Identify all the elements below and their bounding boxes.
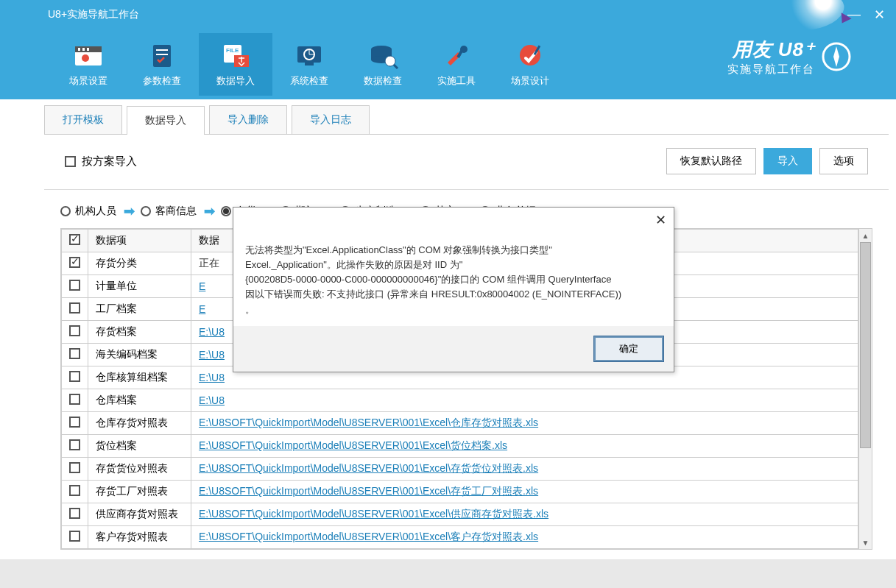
checkbox-icon xyxy=(65,156,76,167)
path-link[interactable]: E:\U8 xyxy=(199,394,225,406)
path-link[interactable]: E:\U8SOFT\QuickImport\Model\U8SERVER\001… xyxy=(199,462,538,474)
header-checkbox-col[interactable] xyxy=(62,230,88,252)
tab-import-delete[interactable]: 导入删除 xyxy=(209,105,287,134)
row-item: 仓库核算组档案 xyxy=(88,366,191,389)
error-dialog: ✕ 无法将类型为"Excel.ApplicationClass"的 COM 对象… xyxy=(233,207,674,372)
toolbar-system-check[interactable]: 系统检查 xyxy=(272,33,346,96)
checkbox-icon xyxy=(69,439,80,450)
path-text: 正在 xyxy=(199,257,219,269)
row-item: 仓库档案 xyxy=(88,389,191,412)
scene-settings-icon xyxy=(72,42,105,70)
path-link[interactable]: E:\U8SOFT\QuickImport\Model\U8SERVER\001… xyxy=(199,485,538,497)
close-icon[interactable]: ✕ xyxy=(874,7,885,23)
data-import-icon: FILE xyxy=(219,42,252,70)
row-item: 存货分类 xyxy=(88,252,191,275)
scroll-down-icon[interactable]: ▼ xyxy=(859,536,872,549)
svg-rect-4 xyxy=(82,48,85,51)
row-checkbox[interactable] xyxy=(62,366,88,389)
path-link[interactable]: E:\U8 xyxy=(199,349,225,361)
checkbox-icon xyxy=(69,485,80,496)
path-link[interactable]: E:\U8 xyxy=(199,372,225,383)
brand-logo: 用友 U8⁺ 实施导航工作台 xyxy=(727,37,852,77)
row-checkbox[interactable] xyxy=(62,344,88,366)
tab-data-import-tab[interactable]: 数据导入 xyxy=(127,106,205,135)
path-link[interactable]: E:\U8SOFT\QuickImport\Model\U8SERVER\001… xyxy=(199,417,538,428)
checkbox-icon xyxy=(69,257,80,268)
path-link[interactable]: E:\U8SOFT\QuickImport\Model\U8SERVER\001… xyxy=(199,508,548,520)
dialog-close-icon[interactable]: ✕ xyxy=(655,212,666,228)
toolbar-data-import[interactable]: FILE数据导入 xyxy=(199,33,272,96)
toolbar-scene-design[interactable]: 场景设计 xyxy=(493,33,567,96)
step-0[interactable]: 机构人员 xyxy=(60,205,118,218)
row-checkbox[interactable] xyxy=(62,275,88,298)
checkbox-icon xyxy=(69,325,80,336)
table-row: 仓库存货对照表E:\U8SOFT\QuickImport\Model\U8SER… xyxy=(62,412,858,435)
svg-point-2 xyxy=(82,54,89,62)
row-item: 工厂档案 xyxy=(88,298,191,321)
checkbox-icon xyxy=(69,417,80,428)
svg-rect-7 xyxy=(156,49,168,51)
checkbox-icon xyxy=(69,280,80,291)
scroll-up-icon[interactable]: ▲ xyxy=(859,229,872,242)
row-checkbox[interactable] xyxy=(62,298,88,321)
checkbox-icon xyxy=(69,462,80,473)
row-checkbox[interactable] xyxy=(62,458,88,481)
path-link[interactable]: E:\U8 xyxy=(199,326,225,338)
svg-rect-3 xyxy=(78,48,80,51)
row-checkbox[interactable] xyxy=(62,321,88,344)
path-link[interactable]: E:\U8SOFT\QuickImport\Model\U8SERVER\001… xyxy=(199,531,538,542)
options-button[interactable]: 选项 xyxy=(819,148,868,174)
scroll-thumb[interactable] xyxy=(860,242,871,448)
system-check-icon xyxy=(293,42,325,70)
path-link[interactable]: E:\U8SOFT\QuickImport\Model\U8SERVER\001… xyxy=(199,439,507,451)
row-path: E:\U8SOFT\QuickImport\Model\U8SERVER\001… xyxy=(191,458,858,481)
checkbox-icon xyxy=(69,371,80,382)
step-1[interactable]: 客商信息 xyxy=(141,205,198,218)
tab-open-template[interactable]: 打开模板 xyxy=(44,105,122,134)
row-checkbox[interactable] xyxy=(62,252,88,275)
data-check-icon xyxy=(367,42,399,70)
table-row: 仓库档案E:\U8 xyxy=(62,389,858,412)
svg-rect-13 xyxy=(305,63,314,65)
arrow-icon: ➡ xyxy=(204,203,215,219)
dialog-ok-button[interactable]: 确定 xyxy=(594,336,663,361)
header-item: 数据项 xyxy=(88,230,191,252)
row-path: E:\U8 xyxy=(191,389,858,412)
vertical-scrollbar[interactable]: ▲ ▼ xyxy=(858,229,872,549)
svg-rect-5 xyxy=(87,48,89,51)
radio-icon xyxy=(221,206,231,216)
radio-icon xyxy=(141,206,151,216)
main-toolbar: 场景设置参数检查FILE数据导入系统检查数据检查实施工具场景设计 用友 U8⁺ … xyxy=(0,29,896,99)
row-item: 存货工厂对照表 xyxy=(88,481,191,503)
row-checkbox[interactable] xyxy=(62,526,88,549)
svg-point-23 xyxy=(460,46,468,53)
restore-path-button[interactable]: 恢复默认路径 xyxy=(666,148,756,174)
arrow-icon: ➡ xyxy=(124,203,135,219)
scheme-import-checkbox[interactable]: 按方案导入 xyxy=(65,155,137,169)
table-row: 货位档案E:\U8SOFT\QuickImport\Model\U8SERVER… xyxy=(62,435,858,458)
row-item: 货位档案 xyxy=(88,435,191,458)
dialog-message: 无法将类型为"Excel.ApplicationClass"的 COM 对象强制… xyxy=(233,208,674,326)
svg-line-21 xyxy=(394,65,398,68)
row-checkbox[interactable] xyxy=(62,389,88,412)
row-checkbox[interactable] xyxy=(62,435,88,458)
row-checkbox[interactable] xyxy=(62,503,88,526)
toolbar-parameter-check[interactable]: 参数检查 xyxy=(125,33,199,96)
action-bar: 按方案导入 恢复默认路径 导入 选项 xyxy=(44,144,889,190)
path-link[interactable]: E xyxy=(199,280,205,292)
tab-import-log[interactable]: 导入日志 xyxy=(292,105,370,134)
checkbox-icon xyxy=(69,348,80,359)
toolbar-scene-settings[interactable]: 场景设置 xyxy=(52,33,125,96)
path-link[interactable]: E xyxy=(199,303,205,315)
toolbar-impl-tools[interactable]: 实施工具 xyxy=(420,33,493,96)
row-checkbox[interactable] xyxy=(62,412,88,435)
svg-point-20 xyxy=(385,56,395,66)
table-row: 客户存货对照表E:\U8SOFT\QuickImport\Model\U8SER… xyxy=(62,526,858,549)
window-title: U8+实施导航工作台 xyxy=(48,8,847,21)
import-button[interactable]: 导入 xyxy=(763,148,812,174)
row-checkbox[interactable] xyxy=(62,481,88,503)
row-item: 存货货位对照表 xyxy=(88,458,191,481)
toolbar-data-check[interactable]: 数据检查 xyxy=(346,33,420,96)
svg-text:FILE: FILE xyxy=(226,47,239,54)
table-row: 存货货位对照表E:\U8SOFT\QuickImport\Model\U8SER… xyxy=(62,458,858,481)
